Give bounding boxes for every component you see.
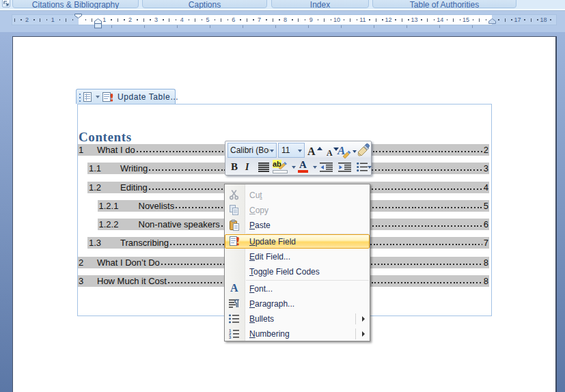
svg-text:3: 3 (229, 335, 232, 339)
